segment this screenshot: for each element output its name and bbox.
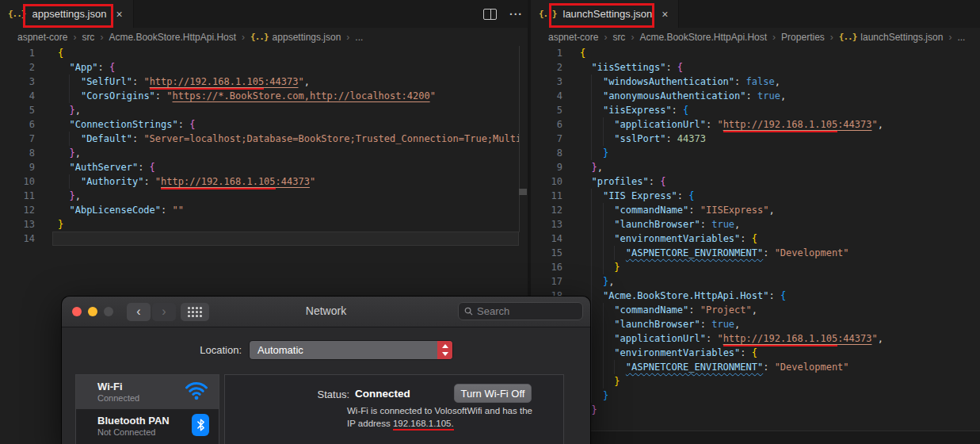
- code-line[interactable]: 6 "ConnectionStrings": {: [0, 117, 519, 132]
- tab-label: appsettings.json: [32, 8, 107, 20]
- line-text: },: [58, 103, 81, 117]
- breadcrumb-separator-icon: ›: [73, 32, 76, 43]
- breadcrumb-item[interactable]: aspnet-core: [548, 32, 598, 43]
- code-line[interactable]: 23 "ASPNETCORE_ENVIRONMENT": "Developmen…: [531, 360, 980, 374]
- line-text: "environmentVariables": {: [580, 346, 757, 360]
- code-line[interactable]: 22 "environmentVariables": {: [531, 346, 980, 360]
- code-line[interactable]: 8 },: [0, 146, 519, 160]
- screen: {..} appsettings.json × ··· aspnet-core›…: [0, 0, 980, 444]
- breadcrumb-item[interactable]: ...: [355, 32, 363, 43]
- code-line[interactable]: 9 },: [531, 160, 980, 174]
- code-line[interactable]: 7 "Default": "Server=localhost;Database=…: [0, 132, 519, 146]
- code-line[interactable]: 1{: [0, 46, 519, 60]
- breadcrumb-item[interactable]: Acme.BookStore.HttpApi.Host: [639, 32, 767, 43]
- breadcrumb-item[interactable]: ...: [957, 32, 965, 43]
- code-line[interactable]: 13}: [0, 217, 519, 232]
- code-line[interactable]: 4 "CorsOrigins": "https://*.BookStore.co…: [0, 89, 519, 103]
- line-number: 7: [531, 132, 562, 146]
- line-number: 8: [0, 146, 35, 160]
- code-line[interactable]: 18 "Acme.BookStore.HttpApi.Host": {: [531, 289, 980, 303]
- code-line[interactable]: 25 }: [531, 388, 980, 403]
- search-input[interactable]: Search: [458, 302, 583, 320]
- dropdown-stepper-icon: [437, 341, 452, 359]
- search-icon: [464, 307, 473, 316]
- code-line[interactable]: 10 "profiles": {: [531, 174, 980, 189]
- code-line[interactable]: 1{: [531, 46, 980, 60]
- scrollbar-thumb[interactable]: [519, 189, 527, 195]
- line-text: }: [580, 146, 608, 160]
- tab-appsettings[interactable]: {..} appsettings.json ×: [0, 0, 134, 28]
- tab-label: launchSettings.json: [563, 8, 653, 20]
- breadcrumb-item[interactable]: {..}appsettings.json: [250, 32, 341, 43]
- code-line[interactable]: 24 }: [531, 374, 980, 388]
- line-text: },: [580, 274, 614, 289]
- close-icon[interactable]: ×: [113, 8, 124, 21]
- split-editor-icon[interactable]: [483, 9, 497, 20]
- code-line[interactable]: 5 "iisExpress": {: [531, 103, 980, 117]
- line-text: },: [580, 160, 603, 174]
- breadcrumb-separator-icon: ›: [830, 32, 833, 43]
- network-services-list: Wi-Fi Connected Bluetooth PAN Not Connec…: [75, 374, 219, 444]
- code-line[interactable]: 8 }: [531, 146, 980, 160]
- breadcrumb-item[interactable]: Properties: [781, 32, 825, 43]
- code-line[interactable]: 26 }: [531, 403, 980, 417]
- code-line[interactable]: 3 "SelfUrl": "http://192.168.1.105:44373…: [0, 75, 519, 89]
- wifi-description-line2-prefix: IP address: [347, 419, 393, 428]
- code-line[interactable]: 12 "AbpLicenseCode": "": [0, 203, 519, 217]
- code-line[interactable]: 6 "applicationUrl": "http://192.168.1.10…: [531, 117, 980, 132]
- line-text: "AbpLicenseCode": "": [58, 203, 184, 217]
- code-line[interactable]: 11 "IIS Express": {: [531, 189, 980, 203]
- line-number: 1: [531, 46, 562, 60]
- breadcrumb-item[interactable]: src: [612, 32, 625, 43]
- breadcrumb-separator-icon: ›: [100, 32, 103, 43]
- code-line[interactable]: 13 "launchBrowser": true,: [531, 217, 980, 232]
- tab-launchsettings[interactable]: {..} launchSettings.json ×: [531, 0, 679, 28]
- code-line[interactable]: 15 "ASPNETCORE_ENVIRONMENT": "Developmen…: [531, 246, 980, 260]
- code-line[interactable]: 2 "App": {: [0, 60, 519, 75]
- line-text: "Authority": "http://192.168.1.105:44373…: [58, 174, 315, 189]
- code-line[interactable]: 20 "launchBrowser": true,: [531, 317, 980, 331]
- code-line[interactable]: 7 "sslPort": 44373: [531, 132, 980, 146]
- location-dropdown[interactable]: Automatic: [250, 341, 452, 359]
- code-line[interactable]: 4 "anonymousAuthentication": true,: [531, 89, 980, 103]
- window-titlebar[interactable]: ‹ › Network Search: [62, 297, 590, 327]
- code-line[interactable]: 17 },: [531, 274, 980, 289]
- code-line[interactable]: 10 "Authority": "http://192.168.1.105:44…: [0, 174, 519, 189]
- service-status: Not Connected: [97, 427, 155, 437]
- breadcrumb-separator-icon: ›: [604, 32, 607, 43]
- line-number: 10: [0, 174, 35, 189]
- close-icon[interactable]: ×: [659, 8, 670, 21]
- line-number: 9: [0, 160, 35, 174]
- code-line[interactable]: 5 },: [0, 103, 519, 117]
- code-line[interactable]: 9 "AuthServer": {: [0, 160, 519, 174]
- editor-actions-left: ···: [483, 0, 523, 28]
- code-line[interactable]: 3 "windowsAuthentication": false,: [531, 75, 980, 89]
- line-number: 2: [531, 60, 562, 75]
- line-text: "IIS Express": {: [580, 189, 695, 203]
- line-text: },: [58, 189, 81, 203]
- breadcrumb-separator-icon: ›: [948, 32, 951, 43]
- line-number: 16: [531, 260, 562, 274]
- editor-bottom-band: [531, 431, 980, 444]
- breadcrumb-right: aspnet-core›src›Acme.BookStore.HttpApi.H…: [531, 28, 980, 46]
- breadcrumb-item[interactable]: aspnet-core: [17, 32, 67, 43]
- turn-wifi-off-button[interactable]: Turn Wi-Fi Off: [454, 384, 532, 403]
- service-row-wifi[interactable]: Wi-Fi Connected: [76, 375, 219, 409]
- line-number: 7: [0, 132, 35, 146]
- code-area-launchsettings[interactable]: 1{2 "iisSettings": {3 "windowsAuthentica…: [531, 46, 980, 444]
- status-dot-green: [83, 387, 91, 395]
- code-line[interactable]: 11 },: [0, 189, 519, 203]
- code-line[interactable]: 19 "commandName": "Project",: [531, 303, 980, 317]
- service-row-bluetooth-pan[interactable]: Bluetooth PAN Not Connected: [76, 409, 219, 444]
- line-number: 5: [0, 103, 35, 117]
- more-actions-icon[interactable]: ···: [509, 10, 523, 18]
- code-line[interactable]: 21 "applicationUrl": "http://192.168.1.1…: [531, 331, 980, 346]
- line-text: }: [58, 217, 63, 232]
- breadcrumb-item[interactable]: src: [82, 32, 94, 43]
- breadcrumb-item[interactable]: Acme.BookStore.HttpApi.Host: [109, 32, 236, 43]
- code-line[interactable]: 2 "iisSettings": {: [531, 60, 980, 75]
- code-line[interactable]: 16 }: [531, 260, 980, 274]
- code-line[interactable]: 14 "environmentVariables": {: [531, 232, 980, 246]
- breadcrumb-item[interactable]: {..}launchSettings.json: [839, 32, 944, 43]
- code-line[interactable]: 12 "commandName": "IISExpress",: [531, 203, 980, 217]
